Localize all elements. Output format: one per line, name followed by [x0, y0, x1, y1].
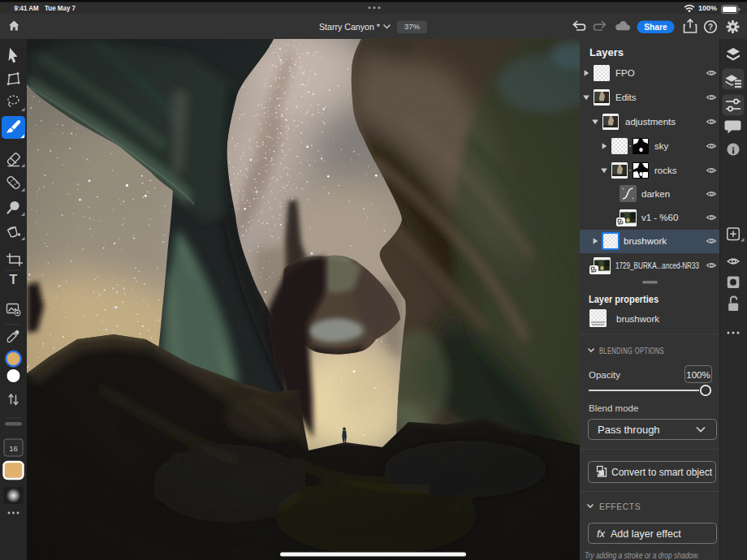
svg-text:?: ? [708, 23, 713, 32]
svg-text:T: T [10, 273, 18, 286]
svg-text:EFFECTS: EFFECTS [599, 502, 641, 511]
svg-text:v1 - %60: v1 - %60 [641, 213, 678, 222]
svg-text:9:41 AM: 9:41 AM [15, 4, 39, 12]
svg-text:brushwork: brushwork [624, 236, 667, 246]
svg-text:brushwork: brushwork [616, 314, 659, 324]
svg-text:fx: fx [597, 528, 606, 540]
svg-text:BLENDING OPTIONS: BLENDING OPTIONS [599, 347, 664, 355]
svg-text:adjustments: adjustments [625, 117, 676, 127]
svg-text:sky: sky [654, 141, 669, 151]
svg-text:FPO: FPO [615, 68, 635, 78]
svg-text:Opacity: Opacity [589, 370, 620, 380]
svg-text:100%: 100% [686, 370, 710, 380]
svg-text:100%: 100% [698, 4, 717, 12]
svg-text:Tue May 7: Tue May 7 [45, 4, 76, 12]
svg-text:Blend mode: Blend mode [589, 403, 638, 413]
svg-text:Layers: Layers [589, 46, 624, 58]
svg-text:Convert to smart object: Convert to smart object [611, 467, 713, 478]
svg-text:Try adding a stroke or a drop: Try adding a stroke or a drop shadow. [585, 551, 699, 560]
svg-text:37%: 37% [404, 22, 421, 31]
svg-text:rocks: rocks [654, 166, 677, 175]
svg-text:Pass through: Pass through [598, 424, 660, 436]
svg-text:Share: Share [644, 23, 667, 32]
svg-text:Starry Canyon *: Starry Canyon * [319, 22, 381, 32]
svg-text:Edits: Edits [615, 93, 637, 102]
svg-text:Layer properties: Layer properties [589, 293, 658, 305]
svg-text:darken: darken [641, 189, 670, 199]
svg-text:16: 16 [9, 444, 18, 453]
svg-text:1729_BURKA...anced-NR33: 1729_BURKA...anced-NR33 [615, 261, 699, 270]
svg-text:Add layer effect: Add layer effect [611, 528, 681, 540]
